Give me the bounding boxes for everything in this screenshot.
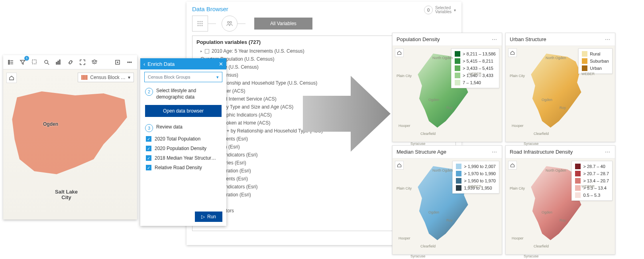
mini-map-label: Syracuse xyxy=(524,254,539,258)
mini-map-label: Syracuse xyxy=(410,254,426,258)
checkbox-icon: ✓ xyxy=(146,155,151,161)
mini-map-label: Hooper xyxy=(512,236,524,240)
step-2-badge: 2 xyxy=(145,88,153,96)
legend-label: 7 – 1,540 xyxy=(463,80,481,85)
home-icon[interactable] xyxy=(395,161,404,170)
layer-chip[interactable]: Census Block … ▾ xyxy=(78,73,134,82)
home-icon[interactable] xyxy=(6,73,17,83)
map-label-ogden: Ogden xyxy=(43,121,58,127)
close-icon[interactable]: ✕ xyxy=(219,61,223,67)
legend-swatch xyxy=(575,185,581,191)
legend-row: 7 – 1,540 xyxy=(455,80,496,85)
svg-point-15 xyxy=(131,62,132,63)
legend-label: > 13.4 – 20.7 xyxy=(583,178,609,183)
selected-variables-chip[interactable]: 0 Selected Variables ▾ xyxy=(424,6,456,14)
export-icon[interactable] xyxy=(112,57,123,67)
run-button[interactable]: ▷ Run xyxy=(195,212,222,222)
card-more-icon[interactable]: ⋯ xyxy=(492,36,498,42)
select-icon[interactable] xyxy=(29,57,40,67)
legend-row: Urban xyxy=(582,65,609,71)
check-item[interactable]: ✓Relative Road Density xyxy=(146,165,221,170)
choropleth-region xyxy=(7,89,131,189)
check-item[interactable]: ✓2020 Population Density xyxy=(146,146,221,151)
svg-point-18 xyxy=(202,21,203,22)
mini-map-label: WEBER xyxy=(581,72,595,76)
home-icon[interactable] xyxy=(508,48,517,57)
mini-map-label: Syracuse xyxy=(524,142,539,146)
mini-map-label: Syracuse xyxy=(410,142,426,146)
card-more-icon[interactable]: ⋯ xyxy=(605,149,611,155)
card-map[interactable]: > 28.7 – 40> 20.7 – 28.7> 13.4 – 20.7> 5… xyxy=(506,158,615,254)
check-label: Relative Road Density xyxy=(155,165,202,170)
legend: > 8,211 – 13,586> 5,415 – 8,211> 3,433 –… xyxy=(451,48,499,88)
enrich-header: ‹ Enrich Data ✕ xyxy=(140,58,226,69)
result-cards-grid: Population Density⋯> 8,211 – 13,586> 5,4… xyxy=(392,33,615,255)
step-3-badge: 3 xyxy=(145,124,153,132)
card-header: Population Density⋯ xyxy=(393,33,502,46)
filter-icon[interactable] xyxy=(18,57,28,67)
legend-swatch xyxy=(575,192,581,198)
legend-swatch xyxy=(455,65,460,71)
card-header: Median Structure Age⋯ xyxy=(393,146,502,158)
mini-map-label: Ogden xyxy=(542,98,552,102)
legend-row: > 13.4 – 20.7 xyxy=(575,178,609,184)
legend-label: > 8,211 – 13,586 xyxy=(463,51,496,56)
legend: > 1,990 to 2,007> 1,970 to 1,990> 1,950 … xyxy=(452,161,499,194)
card-map[interactable]: RuralSuburbanUrbanPlain CityNorth OgdenW… xyxy=(506,46,615,142)
legend-label: > 28.7 – 40 xyxy=(583,164,605,169)
all-variables-tab[interactable]: All Variables xyxy=(254,18,312,30)
legend-swatch xyxy=(575,164,581,169)
map-card: Population Density⋯> 8,211 – 13,586> 5,4… xyxy=(392,33,502,142)
svg-point-26 xyxy=(230,22,232,23)
card-title: Road Infrastructure Density xyxy=(510,149,573,155)
grid-mode-icon[interactable] xyxy=(192,16,208,32)
map-label-slc: Salt Lake City xyxy=(55,189,78,201)
run-label: Run xyxy=(207,214,216,219)
mini-map-label: Hooper xyxy=(399,236,410,240)
legend-swatch xyxy=(455,58,460,64)
legend-label: > 3,433 – 5,415 xyxy=(463,66,493,71)
layer-select[interactable]: Census Block Groups ▾ xyxy=(144,72,222,82)
check-item[interactable]: ✓2020 Total Population xyxy=(146,136,221,142)
legend-swatch xyxy=(455,80,460,85)
legend-swatch xyxy=(582,65,587,71)
legend-icon[interactable] xyxy=(6,57,16,67)
layers-icon[interactable] xyxy=(89,57,100,67)
link-icon[interactable] xyxy=(65,57,76,67)
open-data-browser-button[interactable]: Open data browser xyxy=(145,105,222,117)
mini-map-label: Roy xyxy=(560,106,566,110)
mini-map-label: Ogden xyxy=(542,210,552,214)
card-more-icon[interactable]: ⋯ xyxy=(492,149,498,155)
card-map[interactable]: > 8,211 – 13,586> 5,415 – 8,211> 3,433 –… xyxy=(393,46,502,142)
zoom-icon[interactable] xyxy=(41,57,52,67)
more-icon[interactable] xyxy=(124,57,135,67)
mini-map-label: Clearfield xyxy=(420,132,436,136)
enrich-title: Enrich Data xyxy=(147,61,175,67)
step-2-text: Select lifestyle and demographic data xyxy=(156,88,222,100)
check-item[interactable]: ✓2018 Median Year Structur… xyxy=(146,155,221,161)
step-3: 3 Review data xyxy=(140,120,226,134)
card-map[interactable]: > 1,990 to 2,007> 1,970 to 1,990> 1,950 … xyxy=(393,158,502,254)
legend-label: > 1,970 to 1,990 xyxy=(464,171,496,176)
legend-swatch xyxy=(456,185,461,191)
legend-label: Rural xyxy=(590,51,600,56)
legend-row: > 20.7 – 28.7 xyxy=(575,171,609,176)
home-icon[interactable] xyxy=(395,48,404,57)
map-canvas[interactable]: Census Block … ▾ Ogden Salt Lake City xyxy=(3,69,137,219)
chart-icon[interactable] xyxy=(53,57,64,67)
mini-map-label: WEBER xyxy=(468,72,481,76)
people-mode-icon[interactable] xyxy=(222,16,238,32)
card-header: Urban Structure⋯ xyxy=(506,33,615,46)
home-icon[interactable] xyxy=(508,161,517,170)
legend-swatch xyxy=(455,73,460,78)
fullextent-icon[interactable] xyxy=(77,57,88,67)
svg-rect-6 xyxy=(32,60,36,64)
svg-point-13 xyxy=(128,62,128,63)
svg-point-7 xyxy=(45,60,48,63)
back-chevron-icon[interactable]: ‹ xyxy=(143,61,145,67)
layer-chip-label: Census Block … xyxy=(90,75,126,80)
checkbox-icon: ✓ xyxy=(146,136,151,142)
variable-label: 2010 Age: 5 Year Increments (U.S. Census… xyxy=(212,48,304,54)
legend-swatch xyxy=(456,164,461,169)
card-more-icon[interactable]: ⋯ xyxy=(605,36,611,42)
